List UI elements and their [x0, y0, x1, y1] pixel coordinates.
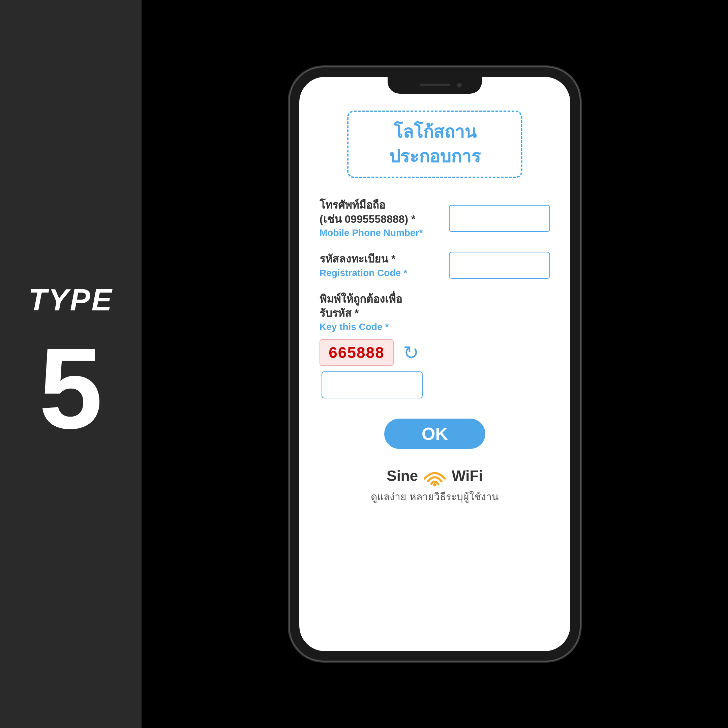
- form-section: โทรศัพท์มือถือ(เช่น 0995558888) * Mobile…: [320, 198, 550, 398]
- mobile-phone-label: โทรศัพท์มือถือ(เช่น 0995558888) * Mobile…: [320, 198, 442, 238]
- captcha-input[interactable]: [321, 372, 423, 398]
- refresh-icon: ↻: [403, 342, 419, 364]
- captcha-code: 665888: [329, 343, 385, 362]
- registration-code-input[interactable]: [449, 252, 550, 279]
- phone-screen: โลโก้สถานประกอบการ โทรศัพท์มือถือ(เช่น 0…: [299, 77, 570, 651]
- type-label: TYPE: [28, 283, 113, 318]
- wifi-text: WiFi: [452, 468, 483, 484]
- logo-area: โลโก้สถานประกอบการ: [347, 110, 522, 178]
- phone-frame: โลโก้สถานประกอบการ โทรศัพท์มือถือ(เช่น 0…: [290, 67, 580, 661]
- registration-code-label-en: Registration Code *: [320, 268, 442, 278]
- sine-text: Sine: [387, 468, 418, 484]
- sinewifi-logo-row: Sine WiFi: [387, 466, 483, 486]
- svg-point-0: [433, 483, 436, 486]
- ok-button[interactable]: OK: [384, 419, 485, 449]
- mobile-phone-input[interactable]: [449, 205, 550, 232]
- captcha-section: พิมพ์ให้ถูกต้องเพื่อรับรหัส * Key this C…: [320, 292, 550, 398]
- registration-code-row: รหัสลงทะเบียน * Registration Code *: [320, 252, 550, 279]
- notch: [388, 77, 482, 94]
- ok-label: OK: [422, 424, 448, 444]
- captcha-display: 665888: [320, 339, 394, 366]
- sinewifi-tagline: ดูแลง่าย หลายวิธีระบุผู้ใช้งาน: [371, 489, 499, 505]
- registration-code-label: รหัสลงทะเบียน * Registration Code *: [320, 252, 442, 278]
- captcha-display-row: 665888 ↻: [320, 339, 423, 366]
- number-label: 5: [39, 331, 102, 445]
- right-area: โลโก้สถานประกอบการ โทรศัพท์มือถือ(เช่น 0…: [142, 0, 728, 728]
- refresh-captcha-button[interactable]: ↻: [399, 341, 423, 364]
- speaker: [420, 84, 450, 86]
- left-panel: TYPE 5: [0, 0, 142, 728]
- registration-code-label-thai: รหัสลงทะเบียน *: [320, 252, 442, 266]
- mobile-phone-row: โทรศัพท์มือถือ(เช่น 0995558888) * Mobile…: [320, 198, 550, 238]
- captcha-label: พิมพ์ให้ถูกต้องเพื่อรับรหัส * Key this C…: [320, 292, 402, 332]
- mobile-phone-label-en: Mobile Phone Number*: [320, 228, 442, 238]
- captcha-label-en: Key this Code *: [320, 321, 402, 332]
- sinewifi-section: Sine WiFi: [371, 466, 499, 505]
- wifi-icon: [421, 466, 448, 486]
- logo-text: โลโก้สถานประกอบการ: [389, 120, 480, 169]
- captcha-label-thai: พิมพ์ให้ถูกต้องเพื่อรับรหัส *: [320, 292, 402, 320]
- captcha-right: 665888 ↻: [320, 339, 423, 398]
- front-camera: [457, 83, 462, 88]
- screen-content: โลโก้สถานประกอบการ โทรศัพท์มือถือ(เช่น 0…: [299, 77, 570, 651]
- mobile-phone-label-thai: โทรศัพท์มือถือ(เช่น 0995558888) *: [320, 198, 442, 226]
